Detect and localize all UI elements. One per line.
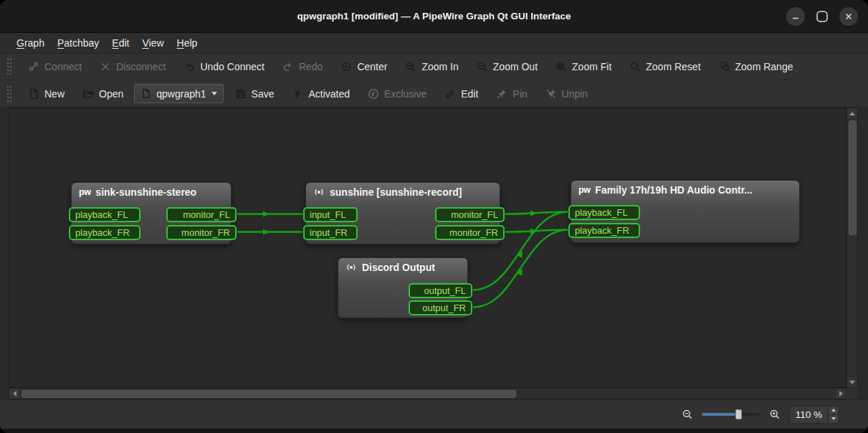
unpin-label: Unpin (562, 88, 588, 100)
port-output_FL[interactable]: output_FL (409, 283, 472, 298)
vertical-scroll-thumb[interactable] (849, 120, 857, 235)
port-playback_FR[interactable]: playback_FR (69, 225, 140, 240)
disconnect-label: Disconnect (116, 61, 166, 72)
zoom-slider-thumb[interactable] (735, 409, 742, 419)
graph-scroll-area: pw sink-sunshine-stereo playback_FL play… (9, 108, 858, 399)
menu-help[interactable]: Help (171, 34, 204, 52)
scroll-down-button[interactable] (847, 377, 857, 387)
connection-edge[interactable] (505, 212, 568, 214)
save-button[interactable]: Save (228, 84, 281, 104)
port-input_FL[interactable]: input_FL (303, 207, 358, 222)
node-sunshine[interactable]: sunshine [sunshine-record] input_FL inpu… (305, 182, 500, 244)
disconnect-button[interactable]: Disconnect (92, 57, 172, 77)
menu-edit[interactable]: Edit (105, 34, 135, 52)
close-button[interactable] (839, 7, 858, 26)
spin-down-button[interactable] (829, 414, 839, 423)
arrow-right-icon (839, 391, 843, 396)
port-playback_FR[interactable]: playback_FR (568, 223, 640, 238)
open-button[interactable]: Open (75, 84, 130, 104)
window-bottom-edge (0, 429, 868, 433)
zoom-fit-label: Zoom Fit (572, 61, 611, 72)
titlebar[interactable]: qpwgraph1 [modified] — A PipeWire Graph … (0, 0, 868, 33)
toolbar-handle[interactable] (7, 59, 12, 75)
application-window: qpwgraph1 [modified] — A PipeWire Graph … (0, 0, 868, 433)
menu-graph[interactable]: Graph (10, 34, 51, 52)
pipewire-icon: pw (79, 187, 90, 197)
port-output_FR[interactable]: output_FR (409, 300, 472, 315)
scroll-right-button[interactable] (836, 389, 846, 399)
zoom-in-mini-button[interactable] (769, 409, 781, 420)
minimize-button[interactable] (786, 7, 805, 26)
connect-button[interactable]: Connect (21, 57, 88, 77)
port-monitor_FR[interactable]: monitor_FR (435, 225, 505, 240)
zoom-reset-button[interactable]: Zoom Reset (622, 57, 707, 77)
redo-label: Redo (299, 61, 323, 72)
undo-icon (183, 60, 196, 73)
edit-button[interactable]: Edit (437, 84, 485, 104)
save-icon (234, 87, 247, 100)
vertical-scrollbar[interactable] (846, 108, 858, 388)
pin-button[interactable]: Pin (489, 84, 533, 104)
center-button[interactable]: Center (333, 57, 394, 77)
open-label: Open (99, 88, 123, 100)
zoom-reset-icon (629, 60, 642, 73)
toolbar-handle[interactable] (7, 86, 12, 102)
window-title: qpwgraph1 [modified] — A PipeWire Graph … (297, 11, 571, 22)
new-button[interactable]: New (21, 84, 71, 104)
center-label: Center (357, 61, 387, 72)
port-input_FR[interactable]: input_FR (303, 225, 358, 240)
undo-connect-button[interactable]: Undo Connect (176, 57, 271, 77)
exclusive-button[interactable]: Exclusive (361, 84, 433, 104)
zoom-spinbox[interactable]: 110 % (789, 406, 839, 424)
node-title-text: sunshine [sunshine-record] (330, 186, 462, 198)
new-label: New (44, 88, 65, 100)
edit-icon (444, 87, 457, 100)
statusbar: 110 % (0, 399, 868, 429)
unpin-button[interactable]: Unpin (538, 84, 595, 104)
zoom-reset-label: Zoom Reset (646, 61, 700, 72)
record-icon (313, 186, 325, 198)
zoom-range-button[interactable]: Zoom Range (712, 57, 800, 77)
zoom-in-icon (404, 60, 417, 73)
center-icon (340, 60, 353, 73)
patchbay-toolbar: New Open qpwgraph1 Save Activated (0, 80, 868, 108)
port-monitor_FL[interactable]: monitor_FL (166, 207, 237, 222)
node-sink-sunshine-stereo[interactable]: pw sink-sunshine-stereo playback_FL play… (71, 182, 232, 244)
window-controls (786, 0, 858, 33)
scroll-up-button[interactable] (847, 108, 857, 118)
scroll-left-button[interactable] (9, 389, 19, 399)
port-playback_FL[interactable]: playback_FL (69, 207, 140, 222)
connection-arrow (263, 211, 270, 217)
open-folder-icon (82, 87, 95, 100)
zoom-in-label: Zoom In (421, 61, 458, 72)
node-family-hd-audio[interactable]: pw Family 17h/19h HD Audio Contr... play… (571, 180, 800, 243)
zoom-range-label: Zoom Range (735, 61, 793, 72)
activated-label: Activated (308, 88, 350, 100)
zoom-out-mini-button[interactable] (682, 409, 693, 420)
menu-patchbay[interactable]: Patchbay (51, 34, 105, 52)
graph-canvas[interactable]: pw sink-sunshine-stereo playback_FL play… (9, 108, 846, 388)
graph-toolbar: Connect Disconnect Undo Connect Redo Cen… (0, 54, 868, 80)
patchbay-profile-combobox[interactable]: qpwgraph1 (134, 84, 223, 103)
zoom-fit-button[interactable]: Zoom Fit (548, 57, 618, 77)
record-icon (345, 262, 357, 273)
redo-button[interactable]: Redo (275, 57, 329, 77)
zoom-slider-fill (702, 413, 736, 416)
port-monitor_FL[interactable]: monitor_FL (435, 207, 505, 222)
horizontal-scrollbar[interactable] (9, 388, 846, 399)
spin-up-button[interactable] (829, 406, 839, 414)
zoom-in-button[interactable]: Zoom In (398, 57, 464, 77)
zoom-out-button[interactable]: Zoom Out (469, 57, 544, 77)
zoom-slider[interactable] (702, 409, 760, 420)
connection-arrow (263, 229, 270, 235)
zoom-fit-icon (555, 60, 568, 73)
port-monitor_FR[interactable]: monitor_FR (166, 225, 237, 240)
port-playback_FL[interactable]: playback_FL (568, 205, 640, 220)
horizontal-scroll-thumb[interactable] (22, 390, 516, 398)
maximize-button[interactable] (813, 7, 831, 26)
activated-button[interactable]: Activated (285, 84, 356, 104)
connection-edge[interactable] (505, 230, 568, 232)
node-discord-output[interactable]: Discord Output output_FL output_FR (338, 257, 468, 318)
spin-buttons (828, 406, 839, 423)
menu-view[interactable]: View (135, 34, 170, 52)
